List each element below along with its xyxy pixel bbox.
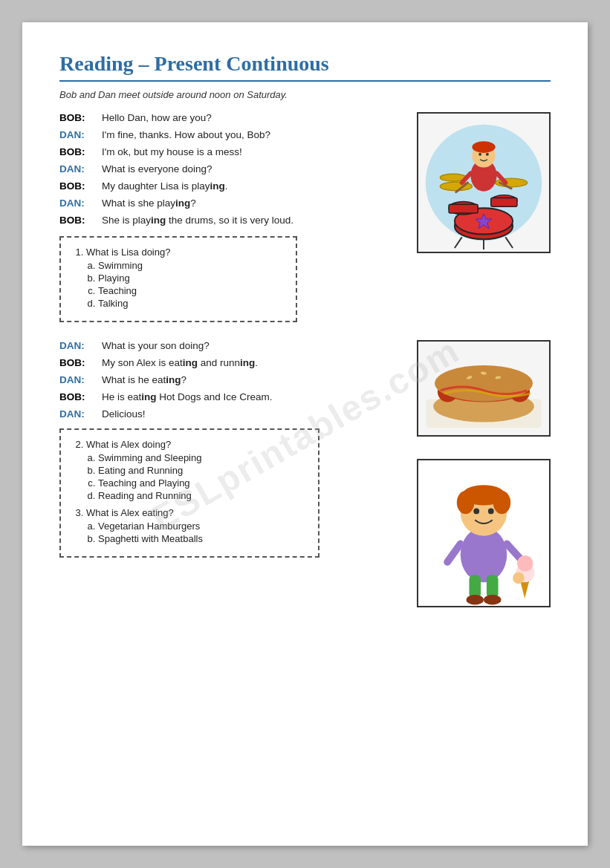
dialogue-line: DAN: What is she playing?: [59, 198, 402, 209]
quiz-option: Teaching and Playing: [98, 477, 305, 489]
quiz-question-3: What is Alex eating? Vegetarian Hamburge…: [86, 507, 305, 544]
subtitle: Bob and Dan meet outside around noon on …: [59, 89, 551, 100]
speech: He is eating Hot Dogs and Ice Cream.: [102, 391, 273, 402]
section2-layout: DAN: What is your son doing? BOB: My son…: [59, 340, 551, 607]
dialogue-line: BOB: My son Alex is eating and running.: [59, 357, 402, 368]
speaker-dan: DAN:: [59, 129, 93, 140]
quiz-option: Playing: [98, 273, 282, 284]
speech: I'm fine, thanks. How about you, Bob?: [102, 129, 270, 140]
svg-rect-7: [491, 198, 517, 207]
dialogue-lines-2: DAN: What is your son doing? BOB: My son…: [59, 340, 402, 568]
right-images: [417, 340, 551, 607]
dialogue-section-2: DAN: What is your son doing? BOB: My son…: [59, 340, 551, 607]
quiz-option: Eating and Running: [98, 465, 305, 476]
speech: My daughter Lisa is playing.: [102, 180, 228, 192]
speech: Delicious!: [102, 408, 146, 420]
dialogue-line: BOB: Hello Dan, how are you?: [59, 112, 402, 123]
svg-point-45: [488, 509, 494, 515]
speech: What is he eating?: [102, 374, 186, 385]
quiz-option: Spaghetti with Meatballs: [98, 533, 305, 544]
quiz-list: What is Lisa doing? Swimming Playing Tea…: [86, 247, 282, 309]
speaker-bob: BOB:: [59, 180, 93, 192]
quiz-box-1: What is Lisa doing? Swimming Playing Tea…: [59, 236, 297, 322]
boy-icecream-image: [417, 459, 551, 607]
svg-point-42: [457, 491, 474, 514]
speaker-bob: BOB:: [59, 357, 93, 368]
page-title: Reading – Present Continuous: [59, 52, 551, 76]
quiz-option: Swimming: [98, 260, 282, 271]
svg-rect-5: [449, 204, 478, 213]
quiz-question-text: What is Alex eating?: [86, 507, 174, 518]
speaker-dan: DAN:: [59, 340, 93, 351]
hotdog-image: [417, 340, 551, 437]
drum-image: [417, 112, 551, 253]
quiz-question-1: What is Lisa doing? Swimming Playing Tea…: [86, 247, 282, 309]
quiz-question-2: What is Alex doing? Swimming and Sleepin…: [86, 439, 305, 501]
svg-point-37: [484, 595, 501, 605]
dialogue-line: BOB: He is eating Hot Dogs and Ice Cream…: [59, 391, 402, 402]
speech: She is playing the drums, so it is very …: [102, 215, 293, 226]
dialogue-section-1: BOB: Hello Dan, how are you? DAN: I'm fi…: [59, 112, 551, 333]
svg-point-36: [467, 595, 484, 605]
quiz-option: Vegetarian Hamburgers: [98, 521, 305, 532]
dialogue-line: BOB: I'm ok, but my house is a mess!: [59, 146, 402, 157]
dialogue-line: DAN: Delicious!: [59, 408, 402, 420]
quiz-option: Talking: [98, 298, 282, 309]
dialogue-line: BOB: She is playing the drums, so it is …: [59, 215, 402, 226]
speaker-bob: BOB:: [59, 112, 93, 123]
quiz-list-2: What is Alex doing? Swimming and Sleepin…: [86, 439, 305, 544]
speaker-bob: BOB:: [59, 215, 93, 226]
speaker-dan: DAN:: [59, 408, 93, 420]
quiz-option: Swimming and Sleeping: [98, 452, 305, 463]
quiz-option: Teaching: [98, 285, 282, 296]
quiz-options-1: Swimming Playing Teaching Talking: [98, 260, 282, 309]
speech: Hello Dan, how are you?: [102, 112, 212, 123]
speaker-bob: BOB:: [59, 146, 93, 157]
svg-point-44: [473, 509, 479, 515]
svg-line-11: [455, 237, 462, 248]
quiz-options-3: Vegetarian Hamburgers Spaghetti with Mea…: [98, 521, 305, 544]
speaker-dan: DAN:: [59, 198, 93, 209]
dialogue-line: BOB: My daughter Lisa is playing.: [59, 180, 402, 192]
svg-point-22: [486, 153, 489, 156]
quiz-option: Reading and Running: [98, 490, 305, 501]
speech: What is she playing?: [102, 198, 196, 209]
svg-point-16: [472, 141, 495, 153]
speech: What is your son doing?: [102, 340, 210, 351]
speech: My son Alex is eating and running.: [102, 357, 258, 368]
dialogue-line: DAN: What is he eating?: [59, 374, 402, 385]
quiz-box-2-3: What is Alex doing? Swimming and Sleepin…: [59, 428, 319, 558]
worksheet-page: ESLprintables.com Reading – Present Cont…: [22, 22, 588, 846]
speech: I'm ok, but my house is a mess!: [102, 146, 242, 157]
speaker-bob: BOB:: [59, 391, 93, 402]
quiz-question-text: What is Alex doing?: [86, 439, 171, 450]
speech: What is everyone doing?: [102, 163, 212, 174]
speaker-dan: DAN:: [59, 163, 93, 174]
svg-line-12: [505, 237, 513, 248]
svg-point-43: [493, 491, 510, 514]
dialogue-line: DAN: What is everyone doing?: [59, 163, 402, 174]
dialogue-line: DAN: I'm fine, thanks. How about you, Bo…: [59, 129, 402, 140]
dialogue-line: DAN: What is your son doing?: [59, 340, 402, 351]
svg-point-21: [478, 153, 481, 156]
svg-point-48: [517, 555, 533, 572]
dialogue-lines-1: BOB: Hello Dan, how are you? DAN: I'm fi…: [59, 112, 402, 333]
quiz-question-text: What is Lisa doing?: [86, 247, 170, 258]
speaker-dan: DAN:: [59, 374, 93, 385]
quiz-options-2: Swimming and Sleeping Eating and Running…: [98, 452, 305, 501]
svg-point-49: [513, 572, 525, 584]
